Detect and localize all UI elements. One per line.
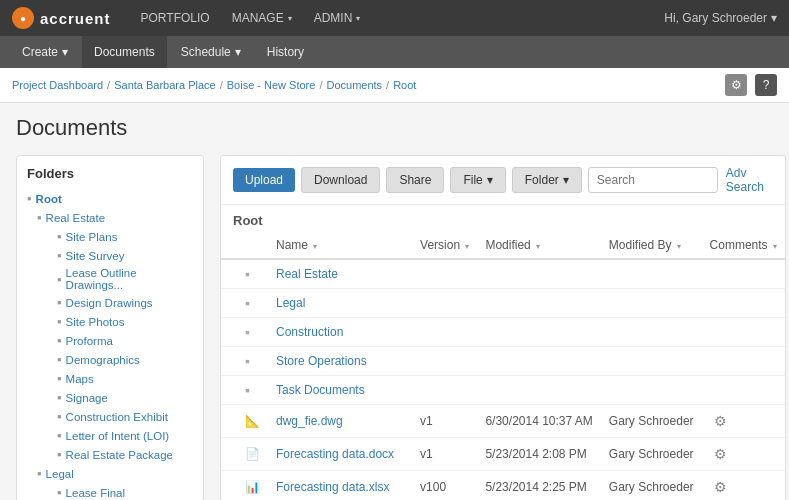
row-author-4 bbox=[601, 376, 702, 405]
user-menu[interactable]: Hi, Gary Schroeder ▾ bbox=[664, 11, 777, 25]
row-gear-button-7[interactable]: ⚙ bbox=[710, 477, 731, 497]
breadcrumb-root[interactable]: Root bbox=[393, 79, 416, 91]
breadcrumb-bar: Project Dashboard / Santa Barbara Place … bbox=[0, 68, 789, 103]
table-row: ▪ Task Documents bbox=[221, 376, 785, 405]
file-link-5[interactable]: dwg_fie.dwg bbox=[276, 414, 343, 428]
row-icon-5: 📐 bbox=[237, 405, 268, 438]
file-button[interactable]: File ▾ bbox=[450, 167, 505, 193]
top-nav-links: PORTFOLIO MANAGE ▾ ADMIN ▾ bbox=[131, 0, 665, 36]
sidebar-item-root[interactable]: ▪ Root bbox=[27, 189, 193, 208]
row-name-1: Legal bbox=[268, 289, 412, 318]
adv-search-link[interactable]: Adv Search bbox=[726, 166, 773, 194]
sidebar-item-legal[interactable]: ▪ Legal bbox=[37, 464, 193, 483]
sidebar-item-lease-outline[interactable]: ▪Lease Outline Drawings... bbox=[57, 265, 193, 293]
row-gear-col-5: ⚙ bbox=[702, 405, 785, 438]
nav-admin[interactable]: ADMIN ▾ bbox=[304, 0, 371, 36]
sidebar-item-site-plans[interactable]: ▪Site Plans bbox=[57, 227, 193, 246]
folder-row-icon: ▪ bbox=[245, 382, 250, 398]
content-area: Upload Download Share File ▾ Folder ▾ Ad… bbox=[220, 155, 786, 500]
row-icon-0: ▪ bbox=[237, 259, 268, 289]
col-modified-by[interactable]: Modified By ▾ bbox=[601, 232, 702, 259]
file-link-1[interactable]: Legal bbox=[276, 296, 305, 310]
tree-legal: ▪ Legal ▪Lease Final ▪Lease Drafts ▪Amen… bbox=[27, 464, 193, 500]
file-link-2[interactable]: Construction bbox=[276, 325, 343, 339]
sidebar-item-real-estate[interactable]: ▪ Real Estate bbox=[37, 208, 193, 227]
row-name-7: Forecasting data.xlsx bbox=[268, 471, 412, 501]
modified-sort-icon: ▾ bbox=[536, 242, 540, 251]
nav-documents[interactable]: Documents bbox=[82, 36, 167, 68]
nav-manage[interactable]: MANAGE ▾ bbox=[222, 0, 302, 36]
sidebar-item-proforma[interactable]: ▪Proforma bbox=[57, 331, 193, 350]
sidebar-item-letter-of-intent[interactable]: ▪Letter of Intent (LOI) bbox=[57, 426, 193, 445]
col-modified[interactable]: Modified ▾ bbox=[477, 232, 600, 259]
row-check-2 bbox=[221, 318, 237, 347]
nav-portfolio[interactable]: PORTFOLIO bbox=[131, 0, 220, 36]
sidebar-item-lease-final[interactable]: ▪Lease Final bbox=[57, 483, 193, 500]
help-icon[interactable]: ? bbox=[755, 74, 777, 96]
admin-dropdown-icon: ▾ bbox=[356, 14, 360, 23]
col-name[interactable]: Name ▾ bbox=[268, 232, 412, 259]
row-gear-col-1 bbox=[702, 289, 785, 318]
file-root-label: Root bbox=[221, 205, 785, 232]
logo-text: accruent bbox=[40, 10, 111, 27]
row-modified-6: 5/23/2014 2:08 PM bbox=[477, 438, 600, 471]
file-row-icon: 📐 bbox=[245, 414, 260, 428]
row-version-4 bbox=[412, 376, 477, 405]
nav-schedule[interactable]: Schedule ▾ bbox=[169, 36, 253, 68]
folder-icon: ▪ bbox=[57, 272, 62, 287]
file-table: Name ▾ Version ▾ Modified ▾ Modified B bbox=[221, 232, 785, 500]
col-comments[interactable]: Comments ▾ bbox=[702, 232, 785, 259]
sidebar-item-design-drawings[interactable]: ▪Design Drawings bbox=[57, 293, 193, 312]
settings-icon[interactable]: ⚙ bbox=[725, 74, 747, 96]
file-link-7[interactable]: Forecasting data.xlsx bbox=[276, 480, 389, 494]
row-version-1 bbox=[412, 289, 477, 318]
folder-icon: ▪ bbox=[57, 352, 62, 367]
sidebar-item-site-survey[interactable]: ▪Site Survey bbox=[57, 246, 193, 265]
file-link-3[interactable]: Store Operations bbox=[276, 354, 367, 368]
row-gear-col-4 bbox=[702, 376, 785, 405]
sidebar-item-maps[interactable]: ▪Maps bbox=[57, 369, 193, 388]
folder-row-icon: ▪ bbox=[245, 295, 250, 311]
sidebar-item-signage[interactable]: ▪Signage bbox=[57, 388, 193, 407]
schedule-dropdown-icon: ▾ bbox=[235, 45, 241, 59]
folder-icon: ▪ bbox=[57, 428, 62, 443]
row-modified-5: 6/30/2014 10:37 AM bbox=[477, 405, 600, 438]
sidebar-item-site-photos[interactable]: ▪Site Photos bbox=[57, 312, 193, 331]
sidebar-link-real-estate[interactable]: Real Estate bbox=[46, 212, 105, 224]
sidebar-link-root[interactable]: Root bbox=[36, 193, 62, 205]
file-link-6[interactable]: Forecasting data.docx bbox=[276, 447, 394, 461]
nav-create[interactable]: Create ▾ bbox=[10, 36, 80, 68]
breadcrumb-boise-new-store[interactable]: Boise - New Store bbox=[227, 79, 316, 91]
sidebar-item-real-estate-package[interactable]: ▪Real Estate Package bbox=[57, 445, 193, 464]
col-version[interactable]: Version ▾ bbox=[412, 232, 477, 259]
folder-icon: ▪ bbox=[57, 314, 62, 329]
nav-history[interactable]: History bbox=[255, 36, 316, 68]
table-row: ▪ Legal bbox=[221, 289, 785, 318]
row-gear-button-5[interactable]: ⚙ bbox=[710, 411, 731, 431]
row-icon-1: ▪ bbox=[237, 289, 268, 318]
row-gear-col-6: ⚙ bbox=[702, 438, 785, 471]
breadcrumb-project-dashboard[interactable]: Project Dashboard bbox=[12, 79, 103, 91]
sidebar-item-construction-exhibit[interactable]: ▪Construction Exhibit bbox=[57, 407, 193, 426]
row-author-1 bbox=[601, 289, 702, 318]
top-navigation: ● accruent PORTFOLIO MANAGE ▾ ADMIN ▾ Hi… bbox=[0, 0, 789, 36]
breadcrumb-santa-barbara[interactable]: Santa Barbara Place bbox=[114, 79, 216, 91]
download-button[interactable]: Download bbox=[301, 167, 380, 193]
version-sort-icon: ▾ bbox=[465, 242, 469, 251]
breadcrumb-icons: ⚙ ? bbox=[725, 74, 777, 96]
logo-area[interactable]: ● accruent bbox=[12, 7, 111, 29]
breadcrumb-documents[interactable]: Documents bbox=[326, 79, 382, 91]
upload-button[interactable]: Upload bbox=[233, 168, 295, 192]
search-input[interactable] bbox=[588, 167, 718, 193]
row-gear-button-6[interactable]: ⚙ bbox=[710, 444, 731, 464]
name-sort-icon: ▾ bbox=[313, 242, 317, 251]
sidebar-item-demographics[interactable]: ▪Demographics bbox=[57, 350, 193, 369]
file-link-4[interactable]: Task Documents bbox=[276, 383, 365, 397]
row-gear-col-2 bbox=[702, 318, 785, 347]
folder-button[interactable]: Folder ▾ bbox=[512, 167, 582, 193]
sidebar-link-legal[interactable]: Legal bbox=[46, 468, 74, 480]
file-link-0[interactable]: Real Estate bbox=[276, 267, 338, 281]
folder-icon: ▪ bbox=[37, 466, 42, 481]
share-button[interactable]: Share bbox=[386, 167, 444, 193]
row-name-0: Real Estate bbox=[268, 259, 412, 289]
